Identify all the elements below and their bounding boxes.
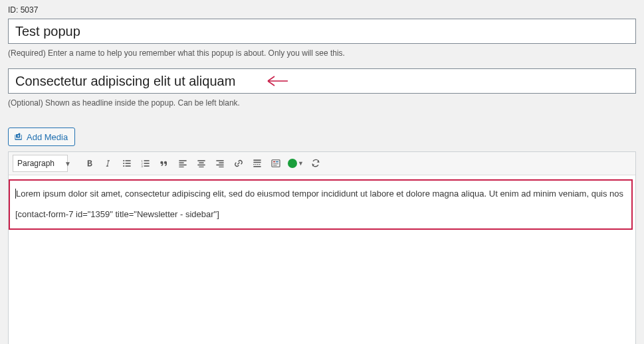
insert-more-button[interactable] (249, 155, 266, 172)
svg-rect-12 (144, 160, 150, 161)
svg-rect-28 (253, 162, 261, 163)
svg-rect-22 (199, 167, 203, 167)
editor-paragraph[interactable]: Lorem ipsum dolor sit amet, consectetur … (15, 189, 626, 199)
svg-rect-20 (199, 162, 203, 163)
refresh-button[interactable] (307, 155, 324, 172)
italic-button[interactable] (100, 155, 117, 172)
popup-name-input[interactable] (8, 19, 636, 44)
svg-rect-21 (197, 165, 205, 166)
svg-rect-26 (219, 167, 223, 167)
popup-name-helper: (Required) Enter a name to help you reme… (8, 48, 636, 58)
svg-rect-23 (216, 160, 223, 161)
align-center-button[interactable] (193, 155, 210, 172)
link-button[interactable] (230, 155, 247, 172)
svg-point-4 (123, 163, 124, 164)
svg-rect-27 (253, 159, 261, 161)
read-more-icon (252, 158, 263, 169)
blockquote-button[interactable] (156, 155, 173, 172)
svg-rect-8 (126, 165, 131, 167)
svg-rect-16 (179, 162, 183, 163)
svg-rect-25 (216, 165, 223, 166)
format-select[interactable]: Paragraph (13, 155, 68, 172)
list-ul-icon (122, 158, 132, 169)
popup-headline-helper: (Optional) Shown as headline inside the … (8, 98, 636, 108)
svg-rect-19 (197, 160, 205, 161)
numbered-list-button[interactable]: 123 (137, 155, 154, 172)
svg-rect-24 (219, 162, 223, 163)
seo-dot-icon (288, 159, 297, 168)
bold-icon (84, 158, 95, 169)
refresh-icon (310, 158, 321, 169)
shortcode-block-icon (270, 158, 281, 169)
svg-point-5 (123, 165, 124, 167)
svg-rect-33 (276, 161, 278, 163)
svg-rect-34 (273, 163, 278, 164)
popup-headline-input[interactable] (8, 68, 636, 94)
svg-rect-35 (273, 165, 277, 165)
quote-icon (159, 158, 169, 169)
align-right-icon (215, 158, 225, 169)
align-right-button[interactable] (211, 155, 229, 172)
bold-button[interactable] (81, 155, 98, 172)
svg-text:3: 3 (142, 165, 144, 168)
chevron-down-icon: ▼ (298, 160, 304, 167)
svg-rect-14 (144, 165, 150, 167)
seo-dropdown-button[interactable]: ▼ (286, 155, 306, 172)
svg-rect-30 (253, 166, 261, 167)
svg-rect-15 (179, 160, 186, 161)
editor-shortcode-line[interactable]: [contact-form-7 id="1359" title="Newslet… (15, 209, 626, 219)
align-left-button[interactable] (174, 155, 191, 172)
camera-music-icon (13, 131, 24, 142)
insert-shortcode-button[interactable] (267, 155, 284, 172)
add-media-button[interactable]: Add Media (8, 128, 75, 146)
italic-icon (103, 158, 114, 169)
svg-rect-13 (144, 163, 150, 164)
editor-body[interactable]: Lorem ipsum dolor sit amet, consectetur … (9, 179, 635, 344)
list-ol-icon: 123 (140, 158, 151, 169)
editor-container: Paragraph ▼ 123 ▼ Lorem (8, 151, 636, 344)
page-id-label: ID: 5037 (8, 5, 636, 15)
svg-rect-6 (126, 160, 131, 161)
add-media-label: Add Media (27, 132, 68, 142)
svg-rect-18 (179, 167, 183, 167)
svg-rect-7 (126, 163, 131, 164)
editor-toolbar: Paragraph ▼ 123 ▼ (9, 152, 635, 175)
svg-point-3 (123, 160, 124, 161)
link-icon (233, 158, 244, 169)
svg-rect-17 (179, 165, 186, 166)
svg-rect-32 (273, 161, 275, 163)
align-left-icon (177, 158, 188, 169)
bullet-list-button[interactable] (118, 155, 136, 172)
align-center-icon (196, 158, 207, 169)
editor-highlight-box: Lorem ipsum dolor sit amet, consectetur … (9, 179, 633, 230)
